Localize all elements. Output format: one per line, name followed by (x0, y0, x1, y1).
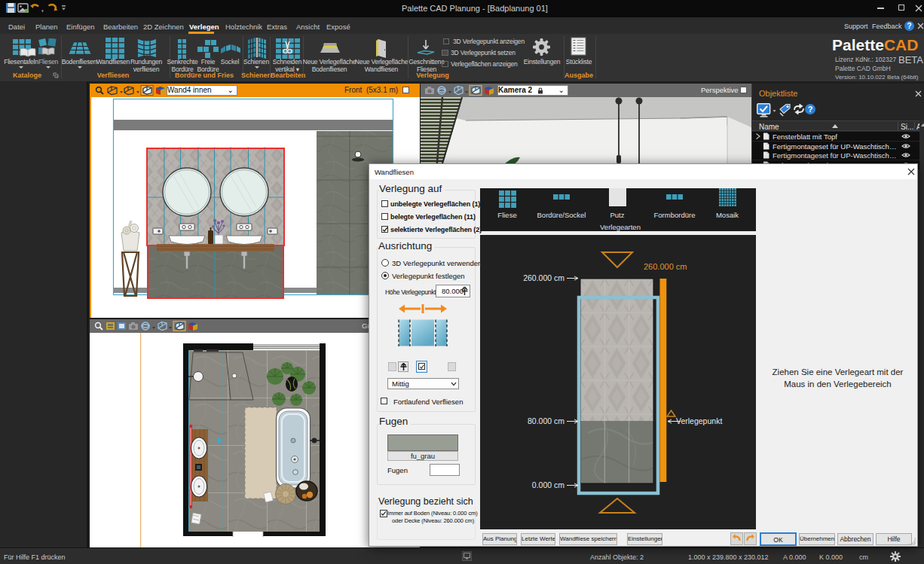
svg-text:260.000 cm: 260.000 cm (644, 262, 687, 271)
svg-text:Verlegepunkt: Verlegepunkt (676, 416, 722, 425)
svg-text:0.000 cm: 0.000 cm (532, 480, 564, 489)
svg-text:80.000 cm: 80.000 cm (528, 416, 564, 425)
svg-text:260.000 cm: 260.000 cm (523, 273, 564, 282)
svg-text:?: ? (808, 105, 813, 114)
